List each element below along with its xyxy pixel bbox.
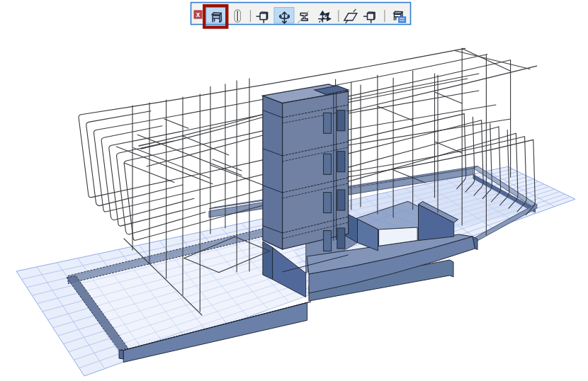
- svg-text:x: x: [196, 11, 200, 18]
